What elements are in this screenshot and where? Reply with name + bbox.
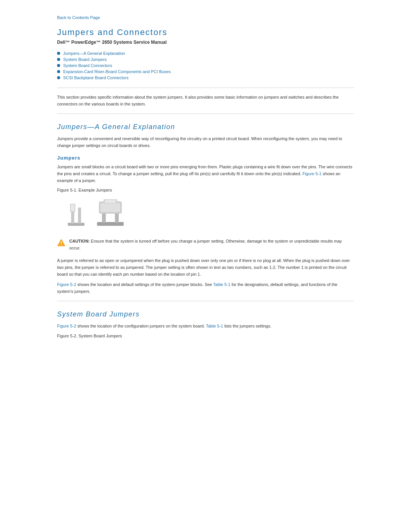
toc-item-5: SCSI Backplane Board Connectors <box>57 75 354 80</box>
svg-rect-5 <box>97 222 124 226</box>
section-system-board-title: System Board Jumpers <box>57 310 354 318</box>
toc-link-4[interactable]: Expansion-Card Riser-Board Components an… <box>63 69 170 74</box>
caution-icon: ! <box>57 239 65 246</box>
svg-rect-0 <box>68 223 84 226</box>
table-5-1-link-1[interactable]: Table 5-1 <box>213 282 230 287</box>
page-subtitle: Dell™ PowerEdge™ 2650 Systems Service Ma… <box>57 40 354 45</box>
toc-bullet-3 <box>57 64 60 67</box>
toc-bullet-4 <box>57 70 60 73</box>
toc-item-2: System Board Jumpers <box>57 57 354 62</box>
figure-5-2-link-2[interactable]: Figure 5-2 <box>57 324 76 328</box>
table-5-1-link-2[interactable]: Table 5-1 <box>206 324 223 328</box>
toc-link-2[interactable]: System Board Jumpers <box>63 57 107 62</box>
toc-bullet-5 <box>57 76 60 79</box>
figure-5-2-link-1[interactable]: Figure 5-2 <box>57 282 76 287</box>
toc-list: Jumpers—A General Explanation System Boa… <box>57 51 354 80</box>
intro-paragraph: This section provides specific informati… <box>57 94 354 107</box>
toc-bullet-2 <box>57 58 60 61</box>
toc-item-1: Jumpers—A General Explanation <box>57 51 354 56</box>
toc-item-4: Expansion-Card Riser-Board Components an… <box>57 69 354 74</box>
back-to-contents-link[interactable]: Back to Contents Page <box>57 15 354 20</box>
toc-link-3[interactable]: System Board Connectors <box>63 63 112 68</box>
system-board-intro-text: Figure 5-2 shows the location of the con… <box>57 323 354 330</box>
section-general-title: Jumpers—A General Explanation <box>57 123 354 131</box>
svg-rect-9 <box>100 203 120 212</box>
jumper-reference-text: A jumper is referred to as open or unjum… <box>57 257 354 278</box>
page-title: Jumpers and Connectors <box>57 27 354 37</box>
svg-rect-11 <box>105 200 116 203</box>
toc-link-5[interactable]: SCSI Backplane Board Connectors <box>63 75 129 80</box>
divider-1 <box>57 88 354 88</box>
general-intro-text: Jumpers provide a convenient and reversi… <box>57 136 354 149</box>
figure-5-1-caption: Figure 5-1. Example Jumpers <box>57 188 354 192</box>
figure-5-1-container <box>57 196 354 230</box>
caution-text: CAUTION: Ensure that the system is turne… <box>69 238 354 251</box>
divider-3 <box>57 301 354 301</box>
svg-rect-2 <box>78 208 81 224</box>
toc-item-3: System Board Connectors <box>57 63 354 68</box>
jumpers-body-text: Jumpers are small blocks on a circuit bo… <box>57 164 354 184</box>
svg-rect-4 <box>71 204 75 211</box>
toc-link-1[interactable]: Jumpers—A General Explanation <box>63 51 125 56</box>
figure-table-reference-text: Figure 5-2 shows the location and defaul… <box>57 281 354 295</box>
svg-text:!: ! <box>61 240 62 246</box>
jumpers-subtitle: Jumpers <box>57 155 354 161</box>
jumper-open-svg <box>65 200 88 230</box>
figure-5-1-link[interactable]: Figure 5-1 <box>303 171 322 176</box>
jumper-closed-svg <box>95 196 126 230</box>
figure-5-2-caption: Figure 5-2. System Board Jumpers <box>57 334 354 338</box>
divider-2 <box>57 113 354 114</box>
toc-bullet-1 <box>57 52 60 55</box>
caution-box: ! CAUTION: Ensure that the system is tur… <box>57 238 354 251</box>
